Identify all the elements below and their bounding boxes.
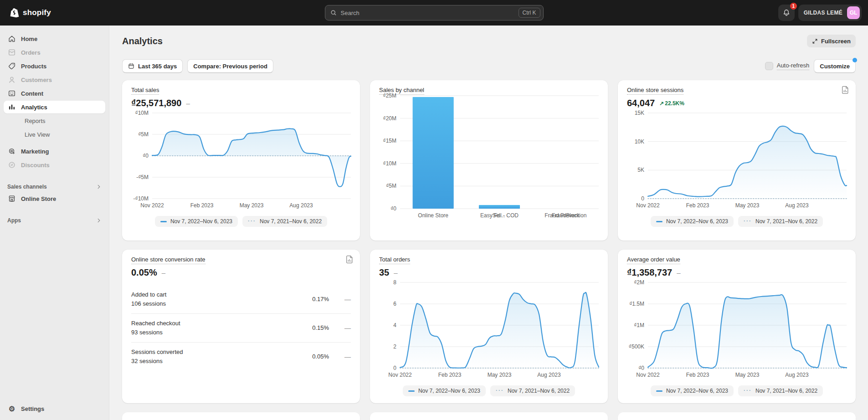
- report-file-icon[interactable]: [842, 86, 849, 94]
- card-total-sales: Total sales ₫25,571,890 – ₫10M₫5M₫0-₫5M-…: [122, 80, 360, 241]
- y-tick-label: ₫20M: [383, 115, 396, 122]
- x-tick-label: Feb 2023: [438, 372, 462, 378]
- compare-button[interactable]: Compare: Previous period: [187, 59, 273, 73]
- metric-title-link[interactable]: Average order value: [627, 256, 680, 264]
- page-title: Analytics: [122, 36, 163, 46]
- funnel-row-reached-checkout[interactable]: Reached checkout 93 sessions 0.15% —: [131, 313, 351, 342]
- sidebar-item-discounts[interactable]: Discounts: [4, 159, 105, 171]
- arrow-up-right-icon: ↗: [659, 100, 664, 107]
- x-axis-labels: Online StoreEasySell - CODFo...FraudBloc…: [400, 212, 599, 228]
- sidebar-section-apps[interactable]: Apps: [7, 217, 102, 224]
- legend-previous[interactable]: ···Nov 7, 2021–Nov 6, 2022: [242, 216, 327, 227]
- sidebar-item-products[interactable]: Products: [4, 60, 105, 72]
- sidebar-item-content[interactable]: Content: [4, 87, 105, 100]
- chart-legend: Nov 7, 2022–Nov 6, 2023 ···Nov 7, 2021–N…: [131, 216, 351, 227]
- y-tick-label: -₫5M: [136, 174, 149, 180]
- card-average-order-value: Average order value ₫1,358,737 – ₫2M₫1.5…: [618, 250, 856, 403]
- funnel-step-sessions: 106 sessions: [131, 300, 297, 307]
- legend-previous[interactable]: ···Nov 7, 2021–Nov 6, 2022: [490, 385, 575, 396]
- legend-dots-swatch: ···: [248, 219, 256, 224]
- metric-change-badge: ↗ 22.5K%: [659, 100, 684, 107]
- gear-icon: ⚙: [7, 405, 16, 413]
- sidebar-section-sales-channels[interactable]: Sales channels: [7, 184, 102, 190]
- y-tick-label: ₫10M: [383, 160, 396, 167]
- customize-new-dot: [853, 58, 857, 62]
- report-file-icon[interactable]: [346, 256, 353, 263]
- customize-button[interactable]: Customize: [814, 59, 856, 73]
- card-online-store-sessions: Online store sessions 64,047 ↗ 22.5K% 15…: [618, 80, 856, 241]
- sidebar-item-live-view[interactable]: Live View: [4, 128, 105, 141]
- funnel-row-sessions-converted[interactable]: Sessions converted 32 sessions 0.05% —: [131, 342, 351, 371]
- y-tick-label: 10K: [635, 138, 644, 145]
- y-axis-labels: ₫25M₫20M₫15M₫10M₫5M₫0: [379, 96, 400, 228]
- fullscreen-button[interactable]: Fullscreen: [807, 35, 856, 47]
- x-tick-label: Nov 2022: [636, 372, 659, 378]
- shopify-logo[interactable]: shopify: [6, 7, 51, 18]
- global-search[interactable]: Ctrl K: [325, 5, 544, 20]
- x-tick-label: Aug 2023: [289, 202, 313, 209]
- sidebar-item-marketing[interactable]: Marketing: [4, 145, 105, 158]
- sidebar-item-analytics[interactable]: Analytics: [4, 101, 105, 113]
- legend-current[interactable]: Nov 7, 2022–Nov 6, 2023: [651, 216, 734, 227]
- search-icon: [330, 9, 337, 16]
- metric-title-link[interactable]: Total sales: [131, 87, 159, 95]
- legend-current-label: Nov 7, 2022–Nov 6, 2023: [666, 218, 728, 225]
- x-tick-label: Aug 2023: [537, 372, 560, 378]
- user-name: GILDAS LEMÉ: [804, 10, 842, 16]
- avatar: GL: [847, 6, 860, 19]
- legend-current[interactable]: Nov 7, 2022–Nov 6, 2023: [651, 385, 734, 396]
- legend-previous[interactable]: ···Nov 7, 2021–Nov 6, 2022: [738, 385, 823, 396]
- metric-value: ₫25,571,890 –: [131, 98, 351, 108]
- y-tick-label: ₫5M: [138, 131, 149, 138]
- y-tick-label: ₫0: [390, 205, 396, 212]
- auto-refresh-control: Auto-refresh: [765, 62, 810, 70]
- sidebar-item-label: Orders: [21, 49, 41, 56]
- legend-dots-swatch: ···: [496, 389, 504, 393]
- sidebar-item-customers[interactable]: Customers: [4, 73, 105, 86]
- metric-delta: –: [162, 269, 165, 277]
- sidebar-item-reports[interactable]: Reports: [4, 114, 105, 127]
- y-tick-label: 6: [393, 301, 396, 307]
- funnel-step-delta: —: [343, 296, 351, 303]
- x-tick-label: Nov 2022: [388, 372, 411, 378]
- metrics-grid: Total sales ₫25,571,890 – ₫10M₫5M₫0-₫5M-…: [109, 73, 868, 420]
- sidebar-item-home[interactable]: Home: [4, 32, 105, 45]
- notifications-button[interactable]: 1: [778, 5, 795, 21]
- metric-value-text: 64,047: [627, 98, 655, 108]
- x-axis-labels: Nov 2022Feb 2023May 2023Aug 2023: [648, 372, 847, 380]
- fullscreen-icon: [812, 38, 818, 44]
- legend-previous[interactable]: ···Nov 7, 2021–Nov 6, 2022: [738, 216, 823, 227]
- sidebar-item-label: Live View: [25, 131, 50, 138]
- chart-legend: Nov 7, 2022–Nov 6, 2023 ···Nov 7, 2021–N…: [627, 385, 847, 396]
- y-tick-label: ₫0: [638, 365, 644, 371]
- funnel-row-added-to-cart[interactable]: Added to cart 106 sessions 0.17% —: [131, 285, 351, 313]
- sidebar-item-settings[interactable]: ⚙ Settings: [4, 402, 105, 415]
- sidebar-item-online-store[interactable]: Online Store: [4, 192, 105, 205]
- metric-title-link[interactable]: Total orders: [379, 256, 410, 264]
- y-tick-label: 0: [641, 195, 644, 202]
- sidebar-item-orders[interactable]: Orders: [4, 46, 105, 59]
- chart-legend: Nov 7, 2022–Nov 6, 2023 ···Nov 7, 2021–N…: [627, 216, 847, 227]
- sidebar-item-label: Settings: [21, 405, 44, 412]
- metric-title-link[interactable]: Online store sessions: [627, 87, 683, 95]
- legend-current[interactable]: Nov 7, 2022–Nov 6, 2023: [403, 385, 486, 396]
- date-range-button[interactable]: Last 365 days: [122, 59, 183, 73]
- funnel-step-delta: —: [343, 353, 351, 360]
- search-input[interactable]: [341, 10, 515, 16]
- y-tick-label: ₫15M: [383, 138, 396, 144]
- chart-plot: [400, 282, 599, 368]
- products-tag-icon: [8, 62, 16, 70]
- legend-previous-label: Nov 7, 2021–Nov 6, 2022: [755, 388, 817, 394]
- user-menu[interactable]: GILDAS LEMÉ GL: [798, 5, 862, 21]
- chevron-right-icon: [96, 218, 102, 223]
- y-tick-label: ₫1.5M: [629, 301, 644, 307]
- sidebar-item-label: Customers: [21, 77, 52, 83]
- section-label: Sales channels: [7, 184, 47, 190]
- brand-wordmark: shopify: [23, 8, 51, 17]
- shopify-bag-icon: [10, 7, 20, 18]
- legend-current[interactable]: Nov 7, 2022–Nov 6, 2023: [155, 216, 238, 227]
- line-chart: ₫10M₫5M₫0-₫5M-₫10M Nov 2022Feb 2023May 2…: [131, 113, 351, 210]
- metric-title-link[interactable]: Online store conversion rate: [131, 256, 205, 264]
- auto-refresh-checkbox[interactable]: [765, 62, 773, 70]
- storefront-icon: [8, 195, 16, 203]
